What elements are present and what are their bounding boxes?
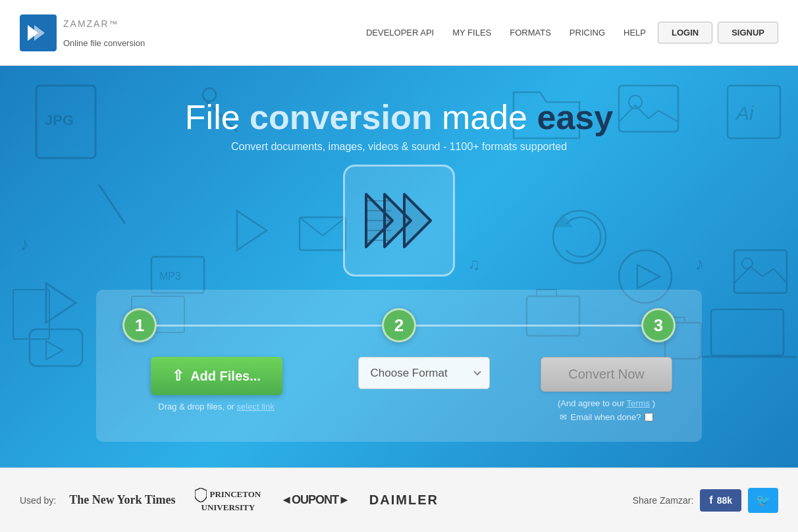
svg-text:MP3: MP3 xyxy=(159,271,181,282)
svg-marker-1 xyxy=(34,25,45,41)
svg-line-4 xyxy=(99,184,125,224)
brand-name: ZAMZAR xyxy=(63,18,109,29)
terms-end: ) xyxy=(652,398,655,408)
nav: DEVELOPER API MY FILES FORMATS PRICING H… xyxy=(359,22,778,43)
partner-daimler: DAIMLER xyxy=(369,492,439,508)
svg-rect-9 xyxy=(30,329,82,366)
nav-formats[interactable]: FORMATS xyxy=(503,24,558,41)
svg-text:♫: ♫ xyxy=(467,254,481,274)
step-1-circle: 1 xyxy=(122,308,157,342)
svg-text:Ai: Ai xyxy=(735,102,755,124)
title-bold: easy xyxy=(537,98,613,136)
title-pre: File xyxy=(185,98,250,136)
svg-text:JPG: JPG xyxy=(45,112,74,128)
svg-text:♪: ♪ xyxy=(695,253,704,274)
svg-rect-26 xyxy=(711,309,784,356)
step3-col: Convert Now (And agree to our Terms ) ✉ … xyxy=(498,357,676,422)
logo-tagline: Online file conversion xyxy=(63,38,145,48)
nav-help[interactable]: HELP xyxy=(617,24,652,41)
step-line-2 xyxy=(416,325,641,327)
svg-text:♪: ♪ xyxy=(20,234,29,254)
twitter-icon: 🐦 xyxy=(756,494,770,507)
svg-rect-31 xyxy=(734,250,787,293)
drag-drop-label: Drag & drop files, or xyxy=(158,402,234,412)
title-mid: made xyxy=(433,98,537,136)
logo-icon xyxy=(20,14,57,51)
share-area: Share Zamzar: f 88k 🐦 xyxy=(633,488,778,513)
hero-subtitle: Convert documents, images, videos & soun… xyxy=(231,141,567,153)
svg-marker-24 xyxy=(637,265,660,288)
email-checkbox[interactable] xyxy=(645,413,653,421)
partner-nyt: The New York Times xyxy=(69,493,175,507)
svg-marker-6 xyxy=(46,283,76,323)
hero-section: JPG ♪ MP3 ♫ Ai xyxy=(0,66,798,467)
partners: The New York Times PRINCETONUNIVERSITY ◄… xyxy=(69,488,632,513)
svg-marker-10 xyxy=(46,341,63,359)
svg-rect-14 xyxy=(300,217,346,250)
svg-rect-30 xyxy=(13,290,49,339)
select-link[interactable]: select link xyxy=(237,402,275,412)
partner-princeton: PRINCETONUNIVERSITY xyxy=(195,488,261,513)
email-icon: ✉ xyxy=(560,412,567,422)
share-label: Share Zamzar: xyxy=(633,495,694,506)
title-accent: conversion xyxy=(250,98,432,136)
svg-rect-17 xyxy=(619,86,678,132)
upload-icon: ⇧ xyxy=(172,367,184,385)
step1-col: ⇧ Add Files... Drag & drop files, or sel… xyxy=(122,357,310,412)
step-3-circle: 3 xyxy=(641,308,676,342)
terms-text: (And agree to our Terms ) xyxy=(558,398,655,408)
fb-icon: f xyxy=(709,494,712,506)
email-label: Email when done? xyxy=(571,412,641,422)
header: ZAMZAR™ Online file conversion DEVELOPER… xyxy=(0,0,798,66)
center-logo xyxy=(343,165,455,277)
steps-row: 1 2 3 xyxy=(122,308,676,342)
step2-col: Choose Format MP3 MP4 PDF JPG PNG DOCX xyxy=(310,357,498,389)
format-select[interactable]: Choose Format MP3 MP4 PDF JPG PNG DOCX xyxy=(358,357,490,389)
signup-button[interactable]: SIGNUP xyxy=(718,22,778,43)
convert-now-button[interactable]: Convert Now xyxy=(541,357,672,392)
step-2-circle: 2 xyxy=(382,308,416,342)
conversion-box: 1 2 3 ⇧ Add Files... Drag & drop files, … xyxy=(96,290,702,442)
trademark: ™ xyxy=(109,19,119,29)
svg-rect-19 xyxy=(728,86,780,138)
login-button[interactable]: LOGIN xyxy=(658,22,712,43)
svg-marker-22 xyxy=(553,214,573,227)
svg-point-32 xyxy=(742,258,753,269)
nav-pricing[interactable]: PRICING xyxy=(563,24,612,41)
used-by-label: Used by: xyxy=(20,495,56,506)
logo-brand: ZAMZAR™ xyxy=(63,17,145,38)
drag-drop-text: Drag & drop files, or select link xyxy=(158,402,274,412)
footer: Used by: The New York Times PRINCETONUNI… xyxy=(0,467,798,532)
add-files-label: Add Files... xyxy=(190,369,261,384)
hero-title: File conversion made easy xyxy=(185,97,613,137)
svg-marker-15 xyxy=(237,211,267,250)
logo-text-area: ZAMZAR™ Online file conversion xyxy=(63,17,145,48)
svg-point-18 xyxy=(629,95,642,109)
nav-my-files[interactable]: MY FILES xyxy=(446,24,498,41)
twitter-share-button[interactable]: 🐦 xyxy=(748,488,778,513)
svg-point-21 xyxy=(553,211,606,263)
terms-pre: (And agree to our xyxy=(558,398,624,408)
facebook-share-button[interactable]: f 88k xyxy=(700,489,741,512)
fb-count: 88k xyxy=(717,495,732,506)
step-line-1 xyxy=(157,325,382,327)
partner-dupont: ◄OUPONT► xyxy=(280,493,350,507)
svg-rect-7 xyxy=(151,257,204,293)
add-files-button[interactable]: ⇧ Add Files... xyxy=(151,357,282,395)
logo-area: ZAMZAR™ Online file conversion xyxy=(20,14,145,51)
svg-marker-35 xyxy=(404,194,431,247)
terms-link[interactable]: Terms xyxy=(627,398,650,408)
actions-row: ⇧ Add Files... Drag & drop files, or sel… xyxy=(122,357,676,422)
email-row: ✉ Email when done? xyxy=(560,412,654,422)
svg-rect-2 xyxy=(36,86,95,158)
nav-developer-api[interactable]: DEVELOPER API xyxy=(359,24,440,41)
